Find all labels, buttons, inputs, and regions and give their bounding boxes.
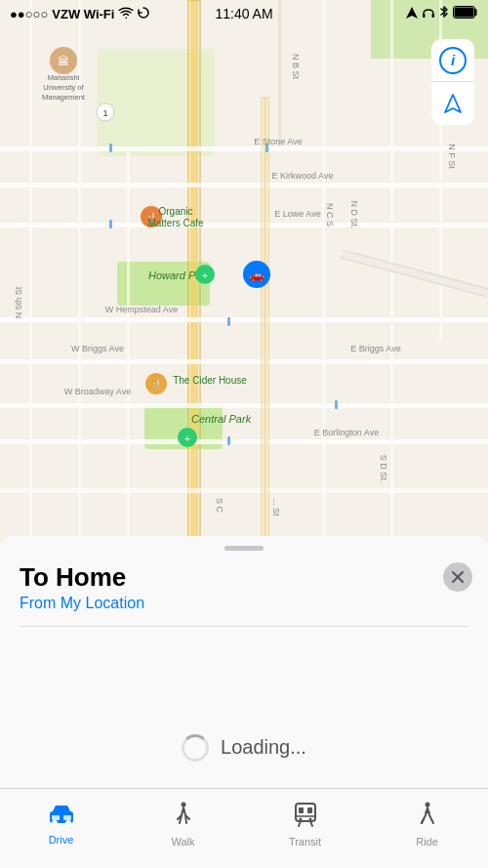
transit-icon — [293, 802, 318, 833]
svg-rect-34 — [335, 400, 338, 409]
status-icons — [406, 6, 478, 22]
svg-rect-1 — [432, 14, 435, 18]
svg-text:1: 1 — [102, 108, 107, 118]
tab-walk[interactable]: Walk — [122, 789, 244, 868]
svg-point-87 — [299, 818, 302, 821]
subtitle-prefix: From — [20, 595, 61, 611]
info-icon: i — [439, 47, 467, 74]
svg-rect-16 — [0, 403, 488, 408]
drive-label: Drive — [49, 834, 74, 846]
svg-text:N B St: N B St — [291, 54, 301, 80]
signal-dots: ●●○○○ — [10, 7, 48, 21]
svg-marker-75 — [53, 806, 70, 811]
location-arrow-icon — [406, 7, 418, 21]
svg-rect-20 — [78, 0, 81, 547]
info-button[interactable]: i — [431, 39, 474, 82]
svg-rect-0 — [423, 14, 426, 18]
bluetooth-icon — [439, 6, 449, 22]
svg-rect-30 — [109, 144, 112, 152]
close-icon — [452, 571, 464, 583]
svg-text:N 5th St: N 5th St — [14, 286, 23, 318]
svg-text:E Burlington Ave: E Burlington Ave — [314, 428, 379, 437]
svg-text:🚗: 🚗 — [249, 267, 265, 283]
svg-rect-21 — [127, 146, 130, 537]
svg-rect-19 — [29, 0, 32, 547]
drive-icon — [48, 804, 75, 831]
svg-text:N C S: N C S — [325, 203, 335, 227]
svg-rect-82 — [299, 807, 304, 813]
svg-text:S C: S C — [215, 498, 224, 514]
svg-text:S D St.: S D St. — [379, 455, 388, 483]
status-bar: ●●○○○ VZW Wi-Fi 11:40 AM — [0, 0, 488, 27]
sheet-subtitle: From My Location — [20, 595, 468, 612]
svg-rect-18 — [0, 488, 488, 493]
svg-rect-17 — [0, 439, 488, 444]
svg-text:W Hempstead Ave: W Hempstead Ave — [105, 305, 178, 314]
svg-rect-3 — [455, 8, 474, 18]
svg-rect-83 — [307, 807, 312, 813]
tab-ride[interactable]: Ride — [366, 789, 488, 868]
svg-text:Organic: Organic — [158, 206, 192, 217]
svg-rect-35 — [227, 436, 230, 445]
close-button[interactable] — [443, 562, 472, 592]
info-label: i — [451, 52, 455, 68]
sheet-title: To Home — [20, 562, 468, 593]
svg-rect-23 — [262, 98, 268, 547]
walk-icon — [174, 802, 193, 833]
svg-line-90 — [422, 819, 424, 823]
svg-text:University of: University of — [43, 83, 84, 92]
svg-rect-11 — [0, 146, 488, 151]
svg-text:🏛: 🏛 — [58, 55, 69, 68]
transit-label: Transit — [289, 836, 321, 847]
svg-text:E Stone Ave: E Stone Ave — [254, 137, 302, 146]
tab-transit[interactable]: Transit — [244, 789, 366, 868]
ride-label: Ride — [416, 836, 438, 847]
wifi-icon — [118, 7, 134, 21]
svg-text:W Broadway Ave: W Broadway Ave — [64, 387, 131, 396]
carrier-label: VZW Wi-Fi — [52, 7, 114, 21]
location-arrow-icon — [442, 93, 464, 114]
svg-text:Maharishi: Maharishi — [48, 73, 80, 82]
loading-spinner — [182, 734, 209, 762]
svg-text:Matters Cafe: Matters Cafe — [147, 218, 204, 228]
svg-text:N D St.: N D St. — [349, 200, 359, 228]
tab-bar: Drive Walk Transit — [0, 788, 488, 868]
svg-text:W Briggs Ave: W Briggs Ave — [71, 344, 124, 353]
svg-text:Central Park: Central Park — [191, 413, 252, 425]
svg-rect-12 — [0, 183, 488, 187]
status-time: 11:40 AM — [215, 6, 272, 21]
svg-text:The Cider House: The Cider House — [173, 375, 247, 386]
svg-point-89 — [425, 803, 429, 807]
svg-text:... St: ... St — [271, 498, 281, 517]
sheet-header: To Home From My Location — [0, 551, 488, 612]
map-buttons: i — [431, 39, 474, 125]
loading-text: Loading... — [221, 736, 306, 759]
status-signal: ●●○○○ VZW Wi-Fi — [10, 7, 149, 21]
subtitle-link[interactable]: My Location — [61, 595, 144, 611]
svg-rect-32 — [109, 220, 112, 228]
svg-text:+: + — [202, 269, 208, 281]
ride-icon — [418, 802, 437, 833]
signal-rotation-icon — [138, 7, 149, 21]
svg-text:E Briggs Ave: E Briggs Ave — [350, 344, 400, 353]
svg-rect-33 — [227, 317, 230, 326]
svg-point-88 — [308, 818, 311, 821]
svg-text:N F St: N F St — [447, 144, 457, 169]
map-area[interactable]: E Stone Ave E Kirkwood Ave E Lowe Ave W … — [0, 0, 488, 547]
tab-drive[interactable]: Drive — [0, 789, 122, 868]
svg-text:+: + — [184, 433, 190, 444]
svg-rect-79 — [63, 815, 71, 820]
svg-rect-13 — [0, 223, 488, 227]
svg-point-80 — [181, 803, 185, 807]
svg-rect-24 — [322, 0, 325, 547]
battery-icon — [453, 6, 478, 21]
svg-rect-15 — [0, 359, 488, 364]
svg-text:Management: Management — [42, 93, 86, 102]
headphone-icon — [422, 7, 435, 21]
svg-text:E Lowe Ave: E Lowe Ave — [274, 209, 320, 219]
svg-text:E Kirkwood Ave: E Kirkwood Ave — [272, 171, 334, 181]
svg-rect-25 — [390, 0, 393, 547]
svg-rect-14 — [0, 317, 488, 322]
walk-label: Walk — [171, 836, 194, 847]
location-button[interactable] — [431, 82, 474, 125]
